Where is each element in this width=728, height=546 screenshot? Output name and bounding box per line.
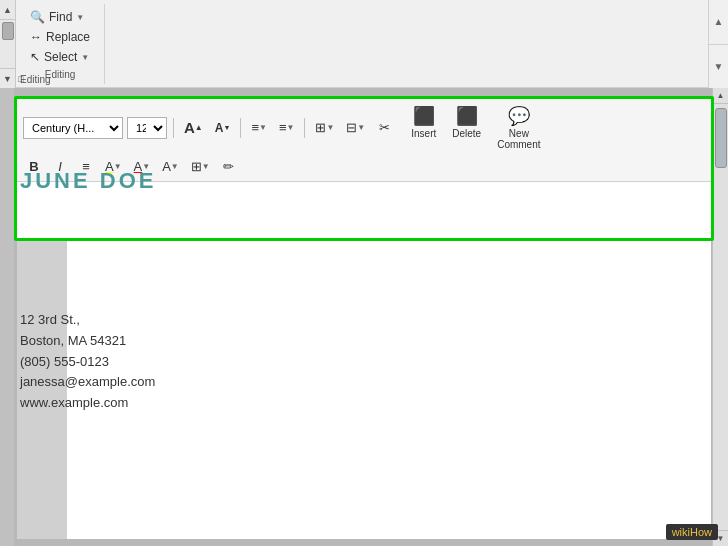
ribbon-buttons: 🔍 Find ▼ ↔ Replace ↖ Select ▼ xyxy=(24,8,96,66)
font-family-select[interactable]: Century (H... xyxy=(23,117,123,139)
address-line3: (805) 555-0123 xyxy=(20,352,155,373)
bullets-icon: ≡ xyxy=(251,120,259,135)
find-dropdown-arrow: ▼ xyxy=(76,13,84,22)
numbering-button[interactable]: ≡ ▼ xyxy=(275,117,299,139)
address-line2: Boston, MA 54321 xyxy=(20,331,155,352)
shading-dropdown: ▼ xyxy=(171,162,179,171)
table-props-icon: ⊟ xyxy=(346,120,357,135)
find-label: Find xyxy=(49,10,72,24)
wikihow-how: How xyxy=(690,526,712,538)
scroll-up-arrow[interactable]: ▲ xyxy=(0,0,15,20)
find-icon: 🔍 xyxy=(30,10,45,24)
scrollbar-up-arrow[interactable]: ▲ xyxy=(713,88,728,104)
table-grid-dropdown: ▼ xyxy=(326,123,334,132)
scroll-thumb[interactable] xyxy=(2,22,14,40)
right-scroll-arrows[interactable]: ▲ ▼ xyxy=(708,0,728,88)
insert-icon: ⬛ xyxy=(413,105,435,127)
new-comment-label: New Comment xyxy=(497,128,540,150)
borders-dropdown: ▼ xyxy=(202,162,210,171)
shading-icon: A xyxy=(162,159,171,174)
ribbon-bar: 🔍 Find ▼ ↔ Replace ↖ Select ▼ Editing xyxy=(16,0,708,88)
grow-font-button[interactable]: A▲ xyxy=(180,117,207,139)
insert-label: Insert xyxy=(411,128,436,139)
left-scrollbar[interactable]: ▲ ▼ xyxy=(0,0,16,88)
address-line4: janessa@example.com xyxy=(20,372,155,393)
select-button[interactable]: ↖ Select ▼ xyxy=(24,48,96,66)
address-line5: www.example.com xyxy=(20,393,155,414)
name-heading: JUNE DOE xyxy=(20,168,156,194)
eraser-icon: ✏ xyxy=(223,159,234,174)
comment-icon: 💬 xyxy=(508,105,530,127)
scroll-down-icon[interactable]: ▼ xyxy=(709,45,728,89)
new-comment-button[interactable]: 💬 New Comment xyxy=(493,103,544,152)
wikihow-badge: wikiHow xyxy=(666,524,718,540)
insert-button[interactable]: ⬛ Insert xyxy=(407,103,440,141)
table-properties-button[interactable]: ⊟ ▼ xyxy=(342,117,369,139)
right-scrollbar[interactable]: ▲ ▼ xyxy=(712,88,728,546)
scroll-down-arrow[interactable]: ▼ xyxy=(0,68,15,88)
replace-label: Replace xyxy=(46,30,90,44)
replace-button[interactable]: ↔ Replace xyxy=(24,28,96,46)
borders-icon: ⊞ xyxy=(191,159,202,174)
eraser-button[interactable]: ✏ xyxy=(218,155,240,177)
delete-label: Delete xyxy=(452,128,481,139)
delete-icon: ⬛ xyxy=(456,105,478,127)
scissors-button[interactable]: ✂ xyxy=(373,117,395,139)
borders-button[interactable]: ⊞ ▼ xyxy=(187,155,214,177)
shrink-font-button[interactable]: A▼ xyxy=(211,117,235,139)
address-block: 12 3rd St., Boston, MA 54321 (805) 555-0… xyxy=(20,310,155,414)
editing-label: Editing xyxy=(20,74,51,85)
replace-icon: ↔ xyxy=(30,30,42,44)
select-icon: ↖ xyxy=(30,50,40,64)
divider1 xyxy=(173,118,174,138)
address-line1: 12 3rd St., xyxy=(20,310,155,331)
table-props-dropdown: ▼ xyxy=(357,123,365,132)
select-dropdown-arrow: ▼ xyxy=(81,53,89,62)
divider2 xyxy=(240,118,241,138)
table-grid-button[interactable]: ⊞ ▼ xyxy=(311,117,338,139)
numbering-icon: ≡ xyxy=(279,120,287,135)
divider3 xyxy=(304,118,305,138)
scrollbar-thumb[interactable] xyxy=(715,108,727,168)
numbering-dropdown: ▼ xyxy=(286,123,294,132)
ribbon-editing-section: 🔍 Find ▼ ↔ Replace ↖ Select ▼ Editing xyxy=(16,4,105,84)
delete-button[interactable]: ⬛ Delete xyxy=(448,103,485,141)
table-grid-icon: ⊞ xyxy=(315,120,326,135)
bullets-button[interactable]: ≡ ▼ xyxy=(247,117,271,139)
scissors-icon: ✂ xyxy=(379,120,390,135)
scroll-up-icon[interactable]: ▲ xyxy=(709,0,728,45)
action-buttons: ⬛ Insert ⬛ Delete 💬 New Comment xyxy=(407,103,544,152)
select-label: Select xyxy=(44,50,77,64)
find-button[interactable]: 🔍 Find ▼ xyxy=(24,8,96,26)
shading-button[interactable]: A ▼ xyxy=(158,155,183,177)
toolbar-row1: Century (H... 12 A▲ A▼ ≡ ▼ ≡ ▼ ⊞ ▼ ⊟ ▼ xyxy=(23,103,705,152)
font-size-select[interactable]: 12 xyxy=(127,117,167,139)
bullets-dropdown: ▼ xyxy=(259,123,267,132)
wikihow-wiki: wiki xyxy=(672,526,690,538)
